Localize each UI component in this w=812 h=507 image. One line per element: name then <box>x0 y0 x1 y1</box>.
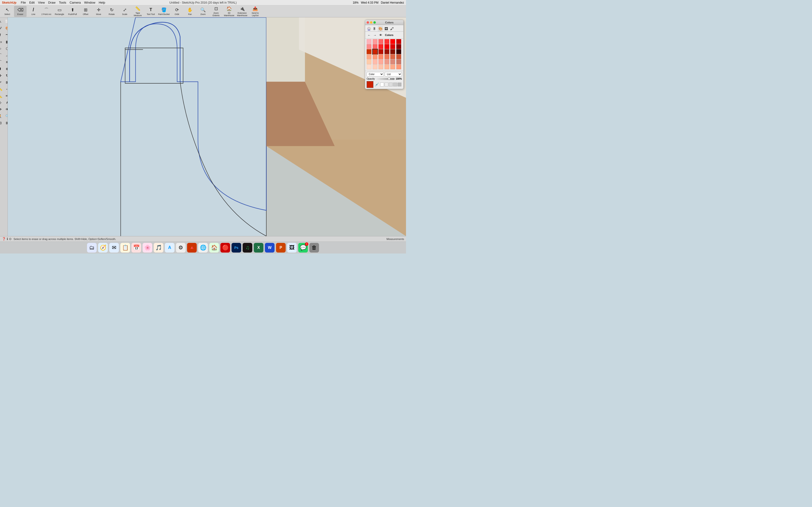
sidebar-move-1[interactable]: ✛ <box>0 72 4 79</box>
menu-tools[interactable]: Tools <box>59 1 66 4</box>
offset-tool-btn[interactable]: ⊞ Offset <box>79 6 92 17</box>
dock-item-preview[interactable]: 🖼 <box>287 243 297 252</box>
color-swatch-10[interactable] <box>390 44 395 49</box>
menu-edit[interactable]: Edit <box>29 1 35 4</box>
sidebar-text-1[interactable]: ✏ <box>4 93 8 99</box>
color-swatch-35[interactable] <box>396 64 401 69</box>
color-swatch-25[interactable] <box>373 59 377 64</box>
sidebar-arc-2[interactable]: ⌓ <box>4 52 8 58</box>
dock-item-notes[interactable]: 📋 <box>120 243 130 252</box>
sidebar-select-box[interactable]: ⬜ <box>4 18 8 24</box>
sidebar-line-2[interactable]: 〜 <box>4 32 8 38</box>
dock-item-trash[interactable]: 🗑 <box>309 243 319 252</box>
sidebar-arc-1[interactable]: ⌒ <box>0 52 4 58</box>
send-to-layout-btn[interactable]: 📤 Send to LayOut <box>249 6 261 17</box>
color-swatch-14[interactable] <box>378 49 383 54</box>
color-swatch-1[interactable] <box>373 39 377 44</box>
select-tool-btn[interactable]: ↖ Select <box>1 6 13 17</box>
sidebar-zoom-1[interactable]: 🔍 <box>4 113 8 119</box>
viewport-canvas[interactable] <box>8 17 406 236</box>
texttool-btn[interactable]: T Text Tool <box>145 6 157 17</box>
color-swatch-31[interactable] <box>373 64 377 69</box>
color-swatch-23[interactable] <box>396 54 401 59</box>
eyedropper-icon[interactable]: 💉 <box>374 82 379 87</box>
sidebar-rotate-1[interactable]: ↻ <box>4 72 8 79</box>
sidebar-scale-1[interactable]: ⤢ <box>0 79 4 86</box>
dock-item-photos[interactable]: 🌸 <box>143 243 152 252</box>
sidebar-offset-1[interactable]: ⊞ <box>4 79 8 86</box>
color-swatch-34[interactable] <box>390 64 395 69</box>
picker-sq-1[interactable] <box>380 82 384 87</box>
color-swatch-19[interactable] <box>373 54 377 59</box>
dock-item-music[interactable]: 🎵 <box>154 243 163 252</box>
color-swatch-2[interactable] <box>378 39 383 44</box>
zoom-tool-btn[interactable]: 🔍 Zoom <box>197 6 209 17</box>
dock-item-sketchup[interactable]: 🏠 <box>209 243 219 252</box>
dock-item-mail[interactable]: ✉ <box>109 243 119 252</box>
dock-item-chrome[interactable]: 🌐 <box>198 243 208 252</box>
color-swatch-9[interactable] <box>385 44 389 49</box>
picker-sq-2[interactable] <box>385 82 388 87</box>
dock-item-excel[interactable]: X <box>254 243 263 252</box>
color-swatch-24[interactable] <box>367 59 371 64</box>
dock-item-powerpoint[interactable]: P <box>276 243 286 252</box>
sidebar-3dtext-1[interactable]: A <box>4 100 8 106</box>
menu-camera[interactable]: Camera <box>69 1 81 4</box>
color-swatch-6[interactable] <box>367 44 371 49</box>
sidebar-rect-1[interactable]: ▭ <box>0 39 4 45</box>
scale-tool-btn[interactable]: ⤢ Scale <box>118 6 131 17</box>
menu-window[interactable]: Window <box>84 1 95 4</box>
warehouse3d-tool-btn[interactable]: 🏠 3D Warehouse <box>223 6 236 17</box>
sidebar-dim-1[interactable]: ↔ <box>4 86 8 92</box>
sidebar-walk-1[interactable]: 🚶 <box>0 113 4 119</box>
color-swatch-22[interactable] <box>390 54 395 59</box>
line-tool-btn[interactable]: / Line <box>27 6 40 17</box>
viewport[interactable]: Colors 🎡 🎚 🎨 🖼 🖍 ← → 👁 Colors <box>8 17 406 236</box>
color-swatch-33[interactable] <box>385 64 389 69</box>
color-swatch-30[interactable] <box>367 64 371 69</box>
colors-eye-icon[interactable]: 👁 <box>378 33 383 38</box>
sidebar-circle-2[interactable]: ⬡ <box>4 45 8 52</box>
tab-crayon[interactable]: 🖍 <box>389 26 395 32</box>
sidebar-tape-1[interactable]: 📏 <box>0 86 4 92</box>
dock-item-photoshop[interactable]: Ps <box>232 243 241 252</box>
color-swatch-0[interactable] <box>367 39 371 44</box>
status-icon-1[interactable]: ❓ <box>2 237 6 241</box>
tapemeasure-tool-btn[interactable]: 📏 Tape Measure <box>132 6 144 17</box>
sidebar-zoomwindow-1[interactable]: ⊡ <box>0 120 4 126</box>
pan-tool-btn[interactable]: ✋ Pan <box>184 6 196 17</box>
picker-sq-4[interactable] <box>393 82 397 87</box>
tab-sliders[interactable]: 🎚 <box>372 26 377 32</box>
colors-back-icon[interactable]: ← <box>367 33 371 38</box>
status-icon-2[interactable]: ℹ <box>7 237 8 241</box>
tab-wheel[interactable]: 🎡 <box>366 26 371 32</box>
color-type-dropdown[interactable]: Color <box>367 72 384 76</box>
color-swatch-21[interactable] <box>385 54 389 59</box>
arc-tool-btn[interactable]: ⌒ 2 Point Arc <box>40 6 53 17</box>
tab-image[interactable]: 🖼 <box>384 26 389 32</box>
panel-maximize-btn[interactable] <box>373 21 376 24</box>
color-swatch-5[interactable] <box>396 39 401 44</box>
panel-minimize-btn[interactable] <box>370 21 372 24</box>
menu-view[interactable]: View <box>38 1 45 4</box>
dock-item-artboard[interactable]: 🔴 <box>220 243 230 252</box>
eraser-tool-btn[interactable]: ⌫ Eraser <box>14 6 27 17</box>
dock-item-word[interactable]: W <box>265 243 274 252</box>
app-logo[interactable]: SketchUp <box>2 1 16 4</box>
color-swatch-3[interactable] <box>385 39 389 44</box>
sidebar-paint-2[interactable]: 🎨 <box>4 25 8 32</box>
opacity-slider[interactable] <box>376 78 395 80</box>
dock-item-artstudio[interactable]: 🔺 <box>187 243 197 252</box>
sidebar-zoomextents-1[interactable]: ⊞ <box>4 120 8 126</box>
sidebar-select-arrow[interactable]: ↖ <box>0 18 4 24</box>
pushpull-tool-btn[interactable]: ⬆ Push/Pull <box>66 6 79 17</box>
color-list-dropdown[interactable]: List <box>385 72 402 76</box>
sidebar-line-1[interactable]: / <box>0 32 4 38</box>
sidebar-orbit-1[interactable]: ⟳ <box>0 106 4 113</box>
rectangle-tool-btn[interactable]: ▭ Rectangle <box>53 6 66 17</box>
sidebar-look-1[interactable]: 👁 <box>4 106 8 113</box>
picker-sq-3[interactable] <box>389 82 393 87</box>
sidebar-push-1[interactable]: ⬆ <box>0 66 4 72</box>
paintbucket-tool-btn[interactable]: 🪣 Paint Bucket <box>158 6 170 17</box>
selected-color-box[interactable] <box>367 81 373 88</box>
